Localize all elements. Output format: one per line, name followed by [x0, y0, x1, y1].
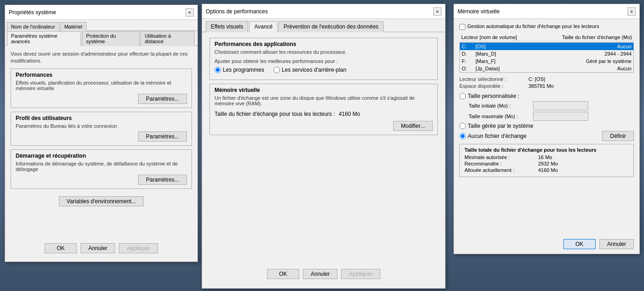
drive-f-letter: F: — [462, 58, 476, 64]
drive-d-size: 2944 - 2944 — [554, 51, 632, 57]
checkbox-auto-input[interactable] — [459, 24, 465, 30]
available-space-info: Espace disponible : 385781 Mo — [459, 83, 634, 89]
drive-row-o[interactable]: O: [Jp_Datas] Aucun — [460, 65, 633, 72]
tab-nom-ordinateur[interactable]: Nom de l'ordinateur — [7, 22, 59, 31]
btn-props-apply[interactable]: Appliquer — [119, 243, 158, 253]
radio-programmes[interactable]: Les programmes — [215, 67, 264, 73]
btn-perf-settings[interactable]: Paramètres... — [138, 94, 187, 104]
section-performances: Performances Effets visuels, planificati… — [11, 68, 192, 108]
section-apps-desc: Choisissez comment allouer les ressource… — [215, 49, 433, 55]
adjust-label: Ajuster pour obtenir les meilleures perf… — [215, 58, 433, 64]
drive-c-letter: C: — [462, 44, 476, 49]
title-bar-mem: Mémoire virtuelle × — [454, 4, 639, 19]
tab-parametres-avances[interactable]: Paramètres système avancés — [7, 31, 81, 46]
alloc-size-row: Allouée actuellement : 4160 Mo — [464, 167, 629, 173]
window-memoire-virtuelle: Mémoire virtuelle × Gestion automatique … — [453, 4, 640, 254]
radio-programmes-input[interactable] — [215, 67, 221, 73]
radio-custom-size[interactable]: Taille personnalisée : — [459, 93, 634, 99]
drive-o-size: Aucun — [554, 66, 632, 71]
drive-o-name: [Jp_Datas] — [476, 66, 554, 71]
selected-drive-value: C: [OS] — [528, 76, 545, 82]
window-options-performances: Options de performances × Effets visuels… — [202, 4, 446, 289]
admin-note: Vous devez ouvrir une session d'administ… — [11, 51, 192, 65]
section-startup: Démarrage et récupération Informations d… — [11, 149, 192, 189]
drive-d-letter: D: — [462, 51, 476, 57]
section-apps-perf: Performances des applications Choisissez… — [209, 38, 438, 80]
close-btn-mem[interactable]: × — [627, 7, 636, 16]
available-value: 385781 Mo — [528, 83, 554, 89]
section-perf-title: Performances — [16, 72, 187, 78]
drive-f-name: [Mars_F] — [476, 58, 554, 64]
btn-mem-cancel[interactable]: Annuler — [599, 239, 634, 249]
btn-modifier[interactable]: Modifier... — [393, 121, 433, 131]
btn-env-variables[interactable]: Variables d'environnement... — [59, 196, 144, 206]
mem-size-label: Taille du fichier d'échange pour tous le… — [215, 111, 335, 117]
window-proprietes-systeme: Propriétés système × Nom de l'ordinateur… — [5, 5, 198, 262]
tab-protection[interactable]: Protection du système — [82, 31, 139, 46]
btn-perf-ok[interactable]: OK — [267, 269, 299, 279]
tab-avance[interactable]: Avancé — [249, 21, 278, 32]
selected-drive-info: Lecteur sélectionné : C: [OS] — [459, 76, 634, 82]
close-btn-perf[interactable]: × — [433, 7, 441, 16]
section-mem-title: Mémoire virtuelle — [215, 87, 433, 93]
tab-materiel[interactable]: Matériel — [60, 22, 87, 31]
radio-services[interactable]: Les services d'arrière-plan — [273, 67, 346, 73]
tab-effets-visuels[interactable]: Effets visuels — [206, 21, 248, 32]
section-mem-desc: Un fichier d'échange est une zone du dis… — [215, 95, 433, 106]
radio-system-input[interactable] — [459, 123, 466, 129]
section-apps-title: Performances des applications — [215, 41, 433, 47]
section-mem-virt: Mémoire virtuelle Un fichier d'échange e… — [209, 84, 438, 135]
btn-perf-apply[interactable]: Appliquer — [341, 269, 380, 279]
title-bar-perf: Options de performances × — [202, 4, 445, 19]
section-perf-desc: Effets visuels, planification du process… — [16, 80, 187, 91]
title-mem: Mémoire virtuelle — [458, 8, 499, 15]
tab-prevention[interactable]: Prévention de l'exécution des données — [278, 21, 383, 32]
drive-table: C: [OS] Aucun D: [Mars_D] 2944 - 2944 F:… — [459, 42, 634, 73]
drive-d-name: [Mars_D] — [476, 51, 554, 57]
drive-f-size: Géré par le système — [554, 58, 632, 64]
min-size-row: Minimale autorisée : 16 Mo — [464, 154, 629, 160]
tab-utilisation[interactable]: Utilisation à distance — [140, 31, 195, 46]
title-bar-props: Propriétés système × — [5, 5, 197, 20]
drive-row-f[interactable]: F: [Mars_F] Géré par le système — [460, 57, 633, 65]
mem-size-value: 4160 Mo — [339, 111, 360, 117]
btn-perf-cancel[interactable]: Annuler — [303, 269, 337, 279]
checkbox-auto-gestion[interactable]: Gestion automatique du fichier d'échange… — [459, 23, 634, 30]
rec-size-row: Recommandée : 2932 Mo — [464, 161, 629, 166]
title-props: Propriétés système — [9, 9, 56, 16]
btn-props-cancel[interactable]: Annuler — [81, 243, 115, 253]
max-size-label: Taille maximale (Mo) : — [469, 114, 533, 119]
section-users-desc: Paramètres du Bureau liés à votre connex… — [16, 123, 187, 129]
drive-row-c[interactable]: C: [OS] Aucun — [460, 43, 633, 50]
init-size-label: Taille initiale (Mo) : — [469, 103, 533, 108]
table-header: Lecteur [nom de volume] Taille du fichie… — [459, 34, 634, 41]
drive-o-letter: O: — [462, 66, 476, 71]
btn-startup-settings[interactable]: Paramètres... — [138, 175, 187, 185]
total-section-title: Taille totale du fichier d'échange pour … — [464, 147, 629, 153]
btn-props-ok[interactable]: OK — [45, 243, 77, 253]
btn-mem-ok[interactable]: OK — [563, 239, 596, 249]
section-users: Profil des utilisateurs Paramètres du Bu… — [11, 112, 192, 146]
radio-no-swap[interactable]: Aucun fichier d'échange — [459, 133, 527, 139]
max-size-input[interactable] — [533, 112, 588, 121]
radio-none-input[interactable] — [459, 133, 466, 139]
init-size-input[interactable] — [533, 101, 588, 110]
close-btn-props[interactable]: × — [186, 8, 194, 17]
section-startup-title: Démarrage et récupération — [16, 153, 187, 159]
drive-c-size: Aucun — [554, 44, 632, 49]
title-perf: Options de performances — [206, 8, 268, 15]
radio-system-managed[interactable]: Taille gérée par le système — [459, 123, 634, 129]
radio-custom-input[interactable] — [459, 93, 466, 99]
btn-users-settings[interactable]: Paramètres... — [138, 131, 187, 142]
drive-row-d[interactable]: D: [Mars_D] 2944 - 2944 — [460, 50, 633, 57]
section-users-title: Profil des utilisateurs — [16, 115, 187, 121]
drive-c-name: [OS] — [476, 44, 554, 49]
section-startup-desc: Informations de démarrage du système, de… — [16, 161, 187, 172]
radio-services-input[interactable] — [273, 67, 280, 73]
btn-definir[interactable]: Définir — [602, 131, 634, 141]
section-total-size: Taille totale du fichier d'échange pour … — [459, 144, 634, 177]
